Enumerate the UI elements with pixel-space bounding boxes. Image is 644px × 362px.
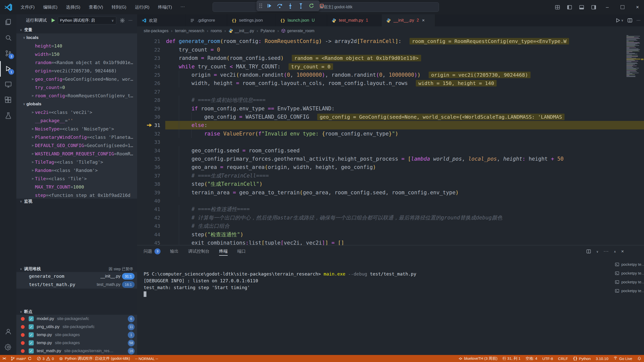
menu-item-7[interactable]: 终端(T) xyxy=(154,3,176,12)
activitybar-settings[interactable] xyxy=(0,339,16,355)
menu-item-3[interactable]: 选择(S) xyxy=(62,3,84,12)
layout-sidebar-icon[interactable] xyxy=(565,3,575,12)
tab-[interactable]: 欢迎 xyxy=(137,14,185,26)
panel-tab-终端[interactable]: 终端 xyxy=(219,245,228,257)
menu-item-1[interactable]: 文件(F) xyxy=(17,3,38,12)
scope-globals[interactable]: ∨globals xyxy=(16,100,137,108)
step-into-button[interactable] xyxy=(287,3,293,9)
panel-tab-调试控制台[interactable]: 调试控制台 xyxy=(188,245,210,257)
variable-row[interactable]: >WASTELAND_ROOM_REQUEST_CONFIG = RoomR… xyxy=(16,150,137,158)
callstack-frame[interactable]: test/test_math.pytest_math.py16:1 xyxy=(16,280,137,289)
watch-section-header[interactable]: ∨ 监视 xyxy=(16,199,137,204)
variable-row[interactable]: >PlanetaryWindConfig = <class 'Planeta… xyxy=(16,133,137,141)
menu-item-4[interactable]: 查看(V) xyxy=(85,3,107,12)
activitybar-run-debug[interactable]: 1 xyxy=(0,61,16,77)
code-editor[interactable]: 2021def generate_room(room_config: RoomR… xyxy=(137,35,644,245)
activitybar-search[interactable] xyxy=(0,30,16,46)
debug-settings-gear-icon[interactable] xyxy=(120,18,125,23)
variable-row[interactable]: >TileTag = <class 'TileTag'> xyxy=(16,158,137,166)
stop-button[interactable] xyxy=(319,3,325,9)
step-out-button[interactable] xyxy=(298,3,304,9)
breakpoint-checkbox[interactable]: ✓ xyxy=(29,340,34,345)
activitybar-explorer[interactable] xyxy=(0,14,16,30)
panel-tab-问题[interactable]: 问题3 xyxy=(144,245,160,257)
terminal-session[interactable]: pocketpy te… xyxy=(613,278,644,286)
tab-test_math.py[interactable]: test_math.py1 xyxy=(327,14,382,26)
terminal-session[interactable]: pocketpy te… xyxy=(613,286,644,295)
breakpoint-row[interactable]: ✓test_math.pysite-packages\terrain_res…1… xyxy=(16,347,137,355)
restart-button[interactable] xyxy=(308,3,314,9)
breakpoint-checkbox[interactable]: ✓ xyxy=(29,316,34,321)
layout-grid-icon[interactable] xyxy=(552,3,562,12)
breadcrumb-item[interactable]: Pylance xyxy=(261,29,275,33)
activitybar-accounts[interactable] xyxy=(0,324,16,339)
layout-panel-icon[interactable] xyxy=(577,3,587,12)
breadcrumb-item[interactable]: terrain_research xyxy=(175,29,204,33)
breadcrumb-item[interactable]: rooms xyxy=(211,29,222,33)
breakpoint-row[interactable]: ✓png_utils.pysite-packages\wfc11 xyxy=(16,323,137,331)
variable-row[interactable]: width = 150 xyxy=(16,50,137,58)
statusbar-item-Python[interactable]: Python 调试程序: 启动文件 (godot-ldtk) xyxy=(56,355,132,362)
tab-.gdignore[interactable]: .gdignore xyxy=(185,14,227,26)
drag-grip-icon[interactable] xyxy=(259,4,262,8)
breadcrumb-item[interactable]: generate_room xyxy=(281,29,314,33)
variable-row[interactable]: step = <function step at 0x1bf9ad216d xyxy=(16,191,137,199)
continue-button[interactable] xyxy=(267,3,272,9)
debug-config-select[interactable]: Python 调试程序: 启 ∨ xyxy=(58,17,116,24)
statusbar-item-blueloveTH[interactable]: blueloveTH (3 周前) xyxy=(456,355,500,362)
breakpoint-checkbox[interactable]: ✓ xyxy=(29,348,34,353)
activitybar-extensions[interactable] xyxy=(0,92,16,108)
statusbar-item-UTF-8[interactable]: UTF-8 xyxy=(540,355,556,362)
tab-launch.json[interactable]: {}launch.jsonU xyxy=(276,14,327,26)
terminal-session[interactable]: pocketpy te… xyxy=(613,260,644,269)
panel-tab-端口[interactable]: 端口 xyxy=(237,245,246,257)
variable-row[interactable]: >geo_config = GeoConfig(seed=None, wor… xyxy=(16,75,137,83)
more-actions-icon[interactable]: ··· xyxy=(636,18,640,23)
maximize-panel-icon[interactable]: ∧ xyxy=(614,249,616,254)
variables-section-header[interactable]: ∨ 变量 xyxy=(16,26,137,33)
statusbar-item[interactable] xyxy=(635,355,644,362)
chevron-down-icon[interactable]: ∨ xyxy=(596,249,598,254)
variable-row[interactable]: try_count = 0 xyxy=(16,83,137,92)
breakpoint-row[interactable]: ✓temp.pysite-packages58 xyxy=(16,339,137,347)
variable-row[interactable]: __package__ = '' xyxy=(16,116,137,125)
statusbar-item-[interactable]: 空格: 4 xyxy=(523,355,540,362)
variable-row[interactable]: origin = vec2i(7205730, 9024468) xyxy=(16,67,137,75)
scope-locals[interactable]: ∨locals xyxy=(16,33,137,42)
start-debug-icon[interactable] xyxy=(50,18,56,23)
variable-row[interactable]: >Tile = <class 'Tile'> xyxy=(16,174,137,183)
window-maximize-button[interactable] xyxy=(616,0,629,14)
variable-row[interactable]: >vec2i = <class 'vec2i'> xyxy=(16,108,137,116)
split-editor-icon[interactable] xyxy=(627,18,632,23)
statusbar-item[interactable]: >< xyxy=(0,355,8,362)
variable-row[interactable]: >NoiseType = <class 'NoiseType'> xyxy=(16,125,137,133)
minimap[interactable] xyxy=(626,35,640,101)
terminal-output[interactable]: PS C:\computer_science\godot-ldtk\site-p… xyxy=(144,270,611,352)
breadcrumb-item[interactable]: __init__.py xyxy=(228,28,254,33)
callstack-frame[interactable]: generate_room__init__.py31:1 xyxy=(16,272,137,280)
tab-settings.json[interactable]: {}settings.json xyxy=(227,14,276,26)
statusbar-item-Go[interactable]: Go Live xyxy=(611,355,635,362)
split-panel-icon[interactable] xyxy=(586,249,591,254)
close-panel-icon[interactable]: × xyxy=(621,249,624,254)
variable-row[interactable]: random = <Random object at 0x1bf9d01e… xyxy=(16,58,137,67)
variable-row[interactable]: >Random = <class 'Random'> xyxy=(16,166,137,174)
variable-row[interactable]: height = 140 xyxy=(16,42,137,50)
breakpoint-row[interactable]: ✓model.pysite-packages\wfc6 xyxy=(16,315,137,323)
close-icon[interactable]: × xyxy=(422,18,425,23)
menu-item-6[interactable]: 运行(R) xyxy=(131,3,153,12)
more-icon[interactable]: ··· xyxy=(603,249,609,254)
panel-tab-输出[interactable]: 输出 xyxy=(170,245,179,257)
run-file-button[interactable]: ∨ xyxy=(615,18,623,23)
terminal-session[interactable]: pocketpy te… xyxy=(613,269,644,278)
activitybar-source-control[interactable]: 3 xyxy=(0,46,16,61)
window-close-button[interactable]: × xyxy=(631,0,644,14)
command-center-search[interactable]: [扩展开发宿主] godot-ldtk xyxy=(213,2,439,12)
statusbar-item-3.10.10[interactable]: 3.10.10 xyxy=(593,355,611,362)
statusbar-item-CRLF[interactable]: CRLF xyxy=(555,355,570,362)
statusbar-item-3[interactable]: 30 xyxy=(34,355,57,362)
layout-secondary-icon[interactable] xyxy=(589,3,599,12)
variable-row[interactable]: >room_config = RoomRequestConfig(env_t… xyxy=(16,92,137,100)
menu-item-8[interactable]: ··· xyxy=(177,3,188,12)
variable-row[interactable]: >DEFAULT_GEO_CONFIG = GeoConfig(seed=1… xyxy=(16,141,137,150)
